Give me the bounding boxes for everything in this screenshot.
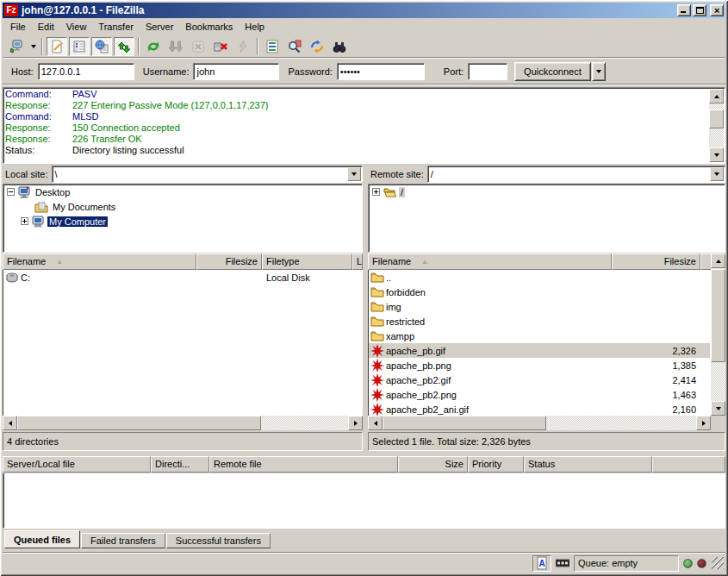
queue-list[interactable] bbox=[3, 473, 725, 529]
column-header-lastmodified[interactable]: L bbox=[352, 254, 363, 270]
scroll-up-button[interactable] bbox=[709, 89, 724, 103]
scroll-down-button[interactable] bbox=[711, 401, 725, 416]
scroll-right-button[interactable] bbox=[696, 416, 711, 430]
scrollbar-thumb[interactable] bbox=[17, 416, 261, 430]
process-queue-button[interactable] bbox=[165, 37, 186, 56]
column-header-filesize[interactable]: Filesize bbox=[196, 254, 262, 270]
combo-dropdown-icon[interactable] bbox=[710, 167, 724, 181]
remote-horizontal-scrollbar[interactable] bbox=[368, 416, 711, 430]
tree-item-root[interactable]: / bbox=[369, 185, 725, 199]
tab-failed-transfers[interactable]: Failed transfers bbox=[81, 533, 165, 548]
local-site-combobox[interactable]: \ bbox=[52, 166, 363, 183]
column-header-filename[interactable]: Filename▲ bbox=[3, 254, 196, 270]
maximize-button[interactable] bbox=[693, 4, 706, 16]
column-header-filesize[interactable]: Filesize bbox=[612, 254, 700, 270]
menu-edit[interactable]: Edit bbox=[32, 20, 60, 34]
find-files-button[interactable] bbox=[329, 37, 350, 56]
remote-file-row[interactable]: apache_pb2.gif2,414 bbox=[369, 373, 710, 387]
host-label: Host: bbox=[11, 66, 34, 77]
quickconnect-dropdown[interactable] bbox=[592, 62, 606, 81]
tree-item-desktop[interactable]: Desktop bbox=[3, 185, 362, 199]
column-header-size[interactable]: Size bbox=[398, 456, 468, 473]
scrollbar-thumb[interactable] bbox=[711, 269, 725, 362]
toggle-remote-tree-button[interactable] bbox=[91, 37, 112, 56]
scroll-up-button[interactable] bbox=[711, 254, 725, 268]
remote-dir-row[interactable]: restricted bbox=[369, 314, 710, 329]
statusbar: Queue: empty bbox=[3, 552, 725, 573]
menu-server[interactable]: Server bbox=[140, 20, 179, 34]
column-header-status[interactable]: Status bbox=[524, 456, 652, 473]
scroll-left-button[interactable] bbox=[3, 416, 17, 430]
scroll-left-button[interactable] bbox=[368, 416, 383, 430]
titlebar[interactable]: Fz john@127.0.0.1 - FileZilla × bbox=[3, 3, 725, 18]
tab-successful-transfers[interactable]: Successful transfers bbox=[166, 533, 271, 548]
cancel-operation-button[interactable] bbox=[188, 37, 208, 56]
remote-file-row[interactable]: apache_pb2_ani.gif2,160 bbox=[369, 402, 710, 416]
remote-file-row[interactable]: apache_pb.png1,385 bbox=[369, 358, 710, 373]
toggle-message-log-button[interactable] bbox=[47, 37, 67, 56]
folder-icon bbox=[370, 285, 384, 299]
remote-dir-row[interactable]: img bbox=[369, 299, 710, 314]
column-header-filename[interactable]: Filename▲ bbox=[368, 254, 612, 270]
menu-view[interactable]: View bbox=[60, 20, 93, 34]
resize-grip[interactable] bbox=[712, 557, 724, 569]
quickconnect-button[interactable]: Quickconnect bbox=[514, 62, 591, 81]
remote-file-row-selected[interactable]: apache_pb.gif2,326 bbox=[369, 343, 710, 358]
directory-comparison-button[interactable] bbox=[284, 37, 305, 56]
synchronized-browsing-button[interactable] bbox=[307, 37, 327, 56]
site-manager-button[interactable] bbox=[6, 37, 27, 56]
tab-queued-files[interactable]: Queued files bbox=[4, 530, 80, 548]
log-scrollbar[interactable] bbox=[709, 89, 724, 162]
desktop-icon bbox=[17, 185, 31, 199]
remote-dir-row[interactable]: forbidden bbox=[369, 285, 710, 299]
remote-status-text: Selected 1 file. Total size: 2,326 bytes bbox=[368, 432, 725, 451]
local-file-row[interactable]: C: Local Disk bbox=[3, 270, 362, 285]
column-header-priority[interactable]: Priority bbox=[468, 456, 524, 473]
column-header-filetype[interactable]: Filetype bbox=[262, 254, 352, 270]
toggle-local-tree-button[interactable] bbox=[69, 37, 90, 56]
local-horizontal-scrollbar[interactable] bbox=[3, 416, 363, 430]
combo-dropdown-icon[interactable] bbox=[347, 167, 361, 181]
column-header-direction[interactable]: Directi... bbox=[151, 456, 209, 473]
sort-ascending-icon: ▲ bbox=[56, 254, 63, 269]
menu-help[interactable]: Help bbox=[239, 20, 271, 34]
scroll-right-button[interactable] bbox=[348, 416, 363, 430]
scrollbar-thumb[interactable] bbox=[383, 416, 546, 430]
refresh-button[interactable] bbox=[143, 37, 164, 56]
remote-file-row[interactable]: apache_pb2.png1,463 bbox=[369, 387, 710, 402]
log-line: Response:150 Connection accepted bbox=[5, 122, 707, 134]
menu-bookmarks[interactable]: Bookmarks bbox=[179, 20, 239, 34]
menu-file[interactable]: File bbox=[4, 20, 32, 34]
minimize-button[interactable] bbox=[677, 4, 691, 16]
remote-vertical-scrollbar[interactable] bbox=[711, 254, 725, 416]
toggle-transfer-queue-button[interactable] bbox=[114, 37, 134, 56]
remote-dir-row[interactable]: xampp bbox=[369, 329, 710, 343]
remote-site-combobox[interactable]: / bbox=[427, 166, 725, 183]
site-manager-dropdown[interactable] bbox=[28, 37, 39, 56]
port-input[interactable] bbox=[468, 63, 507, 80]
column-header-server-local-file[interactable]: Server/Local file bbox=[3, 456, 151, 473]
remote-dir-row[interactable]: .. bbox=[369, 270, 710, 285]
toolbar-separator bbox=[257, 38, 258, 55]
column-header-remote-file[interactable]: Remote file bbox=[209, 456, 398, 473]
menu-transfer[interactable]: Transfer bbox=[92, 20, 140, 34]
password-input[interactable] bbox=[337, 63, 425, 80]
reconnect-button[interactable] bbox=[233, 37, 253, 56]
log-line: Command:PASV bbox=[5, 89, 707, 100]
disconnect-button[interactable] bbox=[210, 37, 231, 56]
username-input[interactable] bbox=[193, 63, 279, 80]
computer-icon bbox=[31, 215, 45, 229]
collapse-icon[interactable] bbox=[7, 188, 15, 196]
expand-icon[interactable] bbox=[372, 188, 380, 196]
close-button[interactable]: × bbox=[710, 4, 724, 16]
password-label: Password: bbox=[288, 66, 332, 77]
host-input[interactable] bbox=[38, 63, 134, 80]
scrollbar-thumb[interactable] bbox=[709, 110, 724, 128]
tree-item-my-documents[interactable]: My Documents bbox=[3, 199, 362, 214]
tree-item-my-computer[interactable]: My Computer bbox=[3, 214, 362, 229]
filter-button[interactable] bbox=[262, 37, 283, 56]
activity-indicator-green-icon bbox=[683, 559, 693, 568]
expand-icon[interactable] bbox=[21, 217, 28, 225]
toolbar-separator bbox=[138, 38, 140, 55]
scroll-down-button[interactable] bbox=[709, 147, 724, 162]
